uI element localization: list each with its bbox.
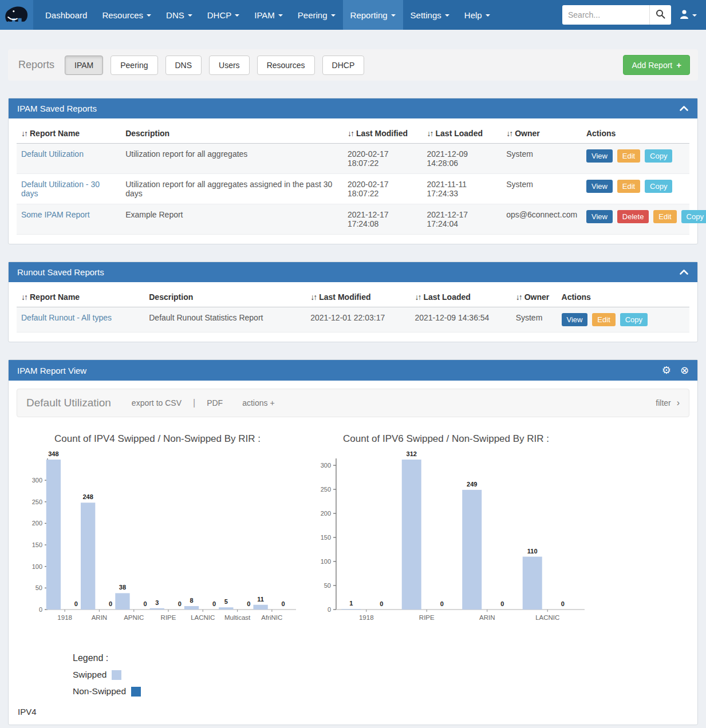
nav-label: Help xyxy=(464,10,482,20)
view-button[interactable]: View xyxy=(586,210,613,223)
edit-button[interactable]: Edit xyxy=(592,313,615,326)
report-toolbar: Default Utilization export to CSV | PDF … xyxy=(17,389,689,417)
last-modified-value: 2020-02-17 18:07:22 xyxy=(343,144,423,174)
gear-icon[interactable]: ⚙ xyxy=(662,365,671,375)
search-input[interactable] xyxy=(562,5,649,25)
svg-text:3: 3 xyxy=(155,599,159,606)
svg-text:200: 200 xyxy=(32,520,42,527)
ipam-saved-reports-panel: IPAM Saved Reports ↓↑Report Name Descrip… xyxy=(8,98,698,244)
col-description[interactable]: Description xyxy=(144,286,306,307)
tab-peering[interactable]: Peering xyxy=(111,56,157,75)
nav-item-ipam[interactable]: IPAM xyxy=(247,0,290,30)
collapse-chevron-up-icon[interactable] xyxy=(679,269,689,275)
caret-down-icon xyxy=(486,14,490,17)
nav-item-resources[interactable]: Resources xyxy=(94,0,159,30)
svg-text:150: 150 xyxy=(32,541,42,548)
col-last-loaded[interactable]: ↓↑Last Loaded xyxy=(410,286,511,307)
non-swipped-swatch xyxy=(131,687,141,697)
svg-text:100: 100 xyxy=(32,563,42,570)
svg-text:RIPE: RIPE xyxy=(419,614,435,621)
tab-resources[interactable]: Resources xyxy=(257,56,315,75)
top-navbar: Dashboard Resources DNS DHCP IPAM Peerin… xyxy=(0,0,706,30)
collapse-chevron-up-icon[interactable] xyxy=(679,105,689,112)
owner-value: System xyxy=(511,307,557,333)
tab-dhcp[interactable]: DHCP xyxy=(322,56,365,75)
export-pdf-link[interactable]: PDF xyxy=(207,398,223,407)
col-description[interactable]: Description xyxy=(121,122,343,144)
ipam-report-view-panel: IPAM Report View ⚙ ⊗ Default Utilization… xyxy=(8,359,698,725)
report-link[interactable]: Some IPAM Report xyxy=(21,210,90,219)
search-button[interactable] xyxy=(649,5,671,25)
col-report-name[interactable]: ↓↑Report Name xyxy=(17,286,144,307)
ipam-saved-reports-header: IPAM Saved Reports xyxy=(9,98,697,118)
tab-users[interactable]: Users xyxy=(209,56,250,75)
close-circle-icon[interactable]: ⊗ xyxy=(680,365,689,375)
svg-text:LACNIC: LACNIC xyxy=(535,614,559,621)
user-menu[interactable] xyxy=(678,7,698,23)
caret-down-icon xyxy=(391,14,396,17)
col-owner[interactable]: ↓↑Owner xyxy=(502,122,582,144)
svg-text:0: 0 xyxy=(282,600,285,607)
report-link[interactable]: Default Runout - All types xyxy=(21,313,112,322)
svg-text:8: 8 xyxy=(190,597,193,604)
col-report-name[interactable]: ↓↑Report Name xyxy=(17,122,121,144)
tab-ipam[interactable]: IPAM xyxy=(65,56,103,75)
view-button[interactable]: View xyxy=(586,180,613,193)
col-last-loaded[interactable]: ↓↑Last Loaded xyxy=(423,122,502,144)
sort-icon: ↓↑ xyxy=(415,292,420,302)
owner-value: ops@6connect.com xyxy=(502,204,582,235)
filter-toggle[interactable]: filter › xyxy=(656,398,680,408)
tab-dns[interactable]: DNS xyxy=(165,56,202,75)
svg-text:100: 100 xyxy=(321,558,331,565)
nav-item-dhcp[interactable]: DHCP xyxy=(200,0,247,30)
col-owner[interactable]: ↓↑Owner xyxy=(511,286,557,307)
sort-icon: ↓↑ xyxy=(310,292,316,302)
delete-button[interactable]: Delete xyxy=(617,210,649,223)
sort-icon: ↓↑ xyxy=(21,292,27,302)
nav-item-dashboard[interactable]: Dashboard xyxy=(38,0,94,30)
view-button[interactable]: View xyxy=(586,149,613,163)
nav-item-peering[interactable]: Peering xyxy=(290,0,343,30)
col-last-modified[interactable]: ↓↑Last Modified xyxy=(343,122,423,144)
svg-text:250: 250 xyxy=(32,498,42,505)
view-button[interactable]: View xyxy=(562,313,588,326)
report-description: Utilization report for all aggregates xyxy=(121,144,343,174)
nav-item-reporting[interactable]: Reporting xyxy=(343,0,403,30)
table-row: Default Utilization - 30 days Utilizatio… xyxy=(17,174,689,204)
copy-button[interactable]: Copy xyxy=(620,313,648,326)
chart-title: Count of IPV4 Swipped / Non-Swipped By R… xyxy=(17,433,298,445)
caret-down-icon xyxy=(235,14,239,17)
edit-button[interactable]: Edit xyxy=(617,180,640,193)
col-last-modified[interactable]: ↓↑Last Modified xyxy=(306,286,410,307)
table-row: Some IPAM Report Example Report 2021-12-… xyxy=(17,204,689,235)
svg-text:248: 248 xyxy=(82,493,93,500)
nav-item-dns[interactable]: DNS xyxy=(159,0,200,30)
actions-menu-link[interactable]: actions + xyxy=(242,398,274,407)
svg-text:1918: 1918 xyxy=(57,614,72,621)
copy-button[interactable]: Copy xyxy=(645,149,672,163)
nav-label: Reporting xyxy=(350,10,388,20)
svg-text:5: 5 xyxy=(224,598,228,605)
svg-text:150: 150 xyxy=(321,534,331,541)
charts-row: Count of IPV4 Swipped / Non-Swipped By R… xyxy=(17,433,689,634)
caret-down-icon xyxy=(188,14,192,17)
nav-item-help[interactable]: Help xyxy=(457,0,498,30)
copy-button[interactable]: Copy xyxy=(681,210,706,223)
copy-button[interactable]: Copy xyxy=(645,180,672,193)
report-link[interactable]: Default Utilization xyxy=(21,149,84,159)
main-menu: Dashboard Resources DNS DHCP IPAM Peerin… xyxy=(38,0,498,30)
add-report-button[interactable]: Add Report + xyxy=(623,55,690,75)
app-logo[interactable] xyxy=(0,0,33,30)
svg-text:38: 38 xyxy=(119,584,126,591)
edit-button[interactable]: Edit xyxy=(653,210,676,223)
nav-label: Resources xyxy=(102,10,143,20)
table-row: Default Runout - All types Default Runou… xyxy=(17,307,689,333)
col-actions: Actions xyxy=(582,122,689,144)
svg-text:348: 348 xyxy=(48,450,58,457)
ipam-report-view-header: IPAM Report View ⚙ ⊗ xyxy=(9,360,697,381)
report-link[interactable]: Default Utilization - 30 days xyxy=(21,180,100,198)
chart-plot: 050100150200250300348019182480ARIN380APN… xyxy=(17,449,298,634)
edit-button[interactable]: Edit xyxy=(617,149,640,163)
export-csv-link[interactable]: export to CSV xyxy=(132,398,182,407)
nav-item-settings[interactable]: Settings xyxy=(403,0,457,30)
